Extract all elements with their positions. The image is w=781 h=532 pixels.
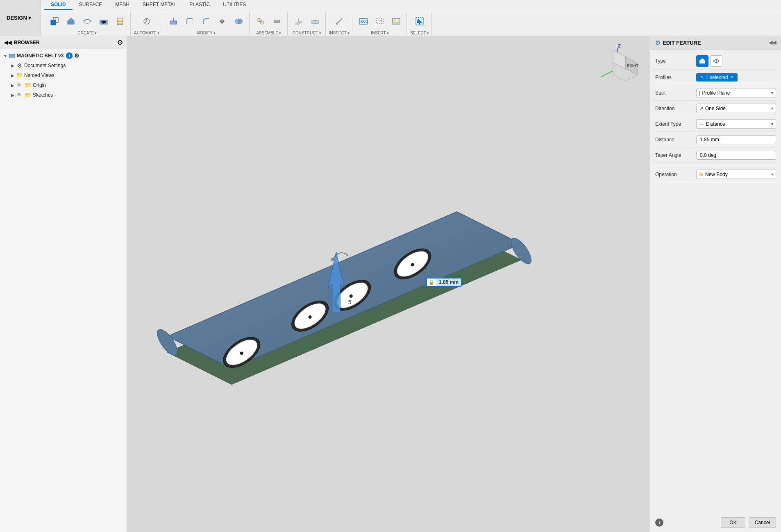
browser-item-origin[interactable]: ▶ 👁 📁 Origin <box>0 80 127 90</box>
dimension-more-button[interactable]: ⋮ <box>463 279 471 286</box>
extrude-icon <box>66 16 76 26</box>
profiles-clear-btn[interactable]: ✕ <box>730 75 733 80</box>
main-area: ◀◀ BROWSER ⊙ ▼ MAGNETIC BELT v3 i ⚙ ▶ ⚙ … <box>0 36 781 532</box>
tab-plastic[interactable]: PLASTIC <box>183 0 216 10</box>
extrude-btn[interactable] <box>63 12 79 31</box>
ok-button[interactable]: OK <box>721 517 745 528</box>
combine-icon <box>234 16 244 26</box>
modify-fillet-btn[interactable] <box>182 12 198 31</box>
start-dropdown[interactable]: | Profile Plane ▾ <box>696 88 776 97</box>
inspect-measure-btn[interactable] <box>331 12 347 31</box>
root-info-icon[interactable]: i <box>66 52 73 59</box>
svg-text:✥: ✥ <box>219 18 225 25</box>
insert-group-label: INSERT ▾ <box>371 31 389 35</box>
top-bar: DESIGN ▾ SOLID SURFACE MESH SHEET METAL … <box>0 0 781 36</box>
browser-content: ▼ MAGNETIC BELT v3 i ⚙ ▶ ⚙ Document Sett… <box>0 49 127 102</box>
root-collapse-arrow[interactable]: ▼ <box>2 53 8 59</box>
sketches-visibility-icon: 👁 <box>16 91 23 99</box>
modify-dropdown-arrow[interactable]: ▾ <box>213 31 216 35</box>
create-dropdown-arrow[interactable]: ▾ <box>95 31 97 35</box>
type-revolve-btn[interactable] <box>710 55 722 67</box>
insert-dxf-btn[interactable] <box>372 12 388 31</box>
revolve-btn[interactable] <box>79 12 95 31</box>
view-cube[interactable]: Z RIGHT <box>593 44 642 93</box>
field-row-start: Start | Profile Plane ▾ <box>654 85 778 101</box>
field-row-profiles: Profiles ↖ 1 selected ✕ <box>654 70 778 85</box>
select-btn[interactable] <box>412 12 427 31</box>
tab-solid[interactable]: SOLID <box>44 0 73 10</box>
panel-body: Type Profiles ↖ <box>650 50 781 513</box>
press-pull-icon <box>168 16 178 26</box>
browser-options-icon[interactable]: ⊙ <box>117 38 123 46</box>
root-settings-icon[interactable]: ⚙ <box>74 52 79 59</box>
select-group-label: SELECT ▾ <box>410 31 429 35</box>
tabs-row: SOLID SURFACE MESH SHEET METAL PLASTIC U… <box>41 0 781 10</box>
tab-utilities[interactable]: UTILITIES <box>216 0 252 10</box>
svg-rect-64 <box>699 61 705 63</box>
direction-dropdown[interactable]: ↗ One Side ▾ <box>696 104 776 113</box>
assemble-dropdown-arrow[interactable]: ▾ <box>279 31 281 35</box>
tab-mesh[interactable]: MESH <box>109 0 136 10</box>
browser-root-item[interactable]: ▼ MAGNETIC BELT v3 i ⚙ <box>0 51 127 61</box>
construct-plane-icon <box>294 16 304 26</box>
origin-label: Origin <box>33 82 46 88</box>
svg-marker-5 <box>68 18 74 21</box>
construct-dropdown-arrow[interactable]: ▾ <box>319 31 321 35</box>
dimension-value[interactable]: 1.85 mm <box>436 278 461 286</box>
browser-item-sketches[interactable]: ▶ 👁 📁 Sketches ⋯ <box>0 90 127 100</box>
extent-type-dropdown[interactable]: ↔ Distance ▾ <box>696 119 776 129</box>
browser-collapse-icon[interactable]: ◀◀ <box>4 40 11 45</box>
start-value: Profile Plane <box>702 90 730 96</box>
operation-dropdown[interactable]: ⊕ New Body ▾ <box>696 170 776 179</box>
browser-item-document-settings[interactable]: ▶ ⚙ Document Settings <box>0 61 127 70</box>
automate-dropdown-arrow[interactable]: ▾ <box>157 31 159 35</box>
toolbar-group-insert: SVG INSERT ▾ <box>353 12 407 35</box>
svg-point-46 <box>309 315 312 319</box>
inspect-group-label: INSPECT ▾ <box>329 31 350 35</box>
extent-type-label: Extent Type <box>655 121 696 127</box>
profiles-cursor-icon: ↖ <box>700 75 704 80</box>
profiles-selected-badge[interactable]: ↖ 1 selected ✕ <box>696 73 738 81</box>
viewport[interactable]: 5 Z RIGHT � <box>127 36 650 532</box>
insert-svg-btn[interactable]: SVG <box>356 12 371 31</box>
doc-settings-arrow[interactable]: ▶ <box>10 63 16 68</box>
modify-chamfer-btn[interactable] <box>198 12 214 31</box>
distance-input[interactable] <box>696 135 776 144</box>
type-extrude-btn[interactable] <box>696 55 708 67</box>
insert-dxf-icon <box>375 16 385 26</box>
select-dropdown-arrow[interactable]: ▾ <box>427 31 429 35</box>
insert-dropdown-arrow[interactable]: ▾ <box>387 31 389 35</box>
tab-sheet-metal[interactable]: SHEET METAL <box>136 0 183 10</box>
direction-value: One Side <box>705 106 726 111</box>
assemble-joint-btn[interactable] <box>253 12 268 31</box>
named-views-arrow[interactable]: ▶ <box>10 72 16 78</box>
modify-press-pull-btn[interactable] <box>166 12 181 31</box>
inspect-dropdown-arrow[interactable]: ▾ <box>347 31 350 35</box>
automate-btn[interactable] <box>139 12 154 31</box>
assemble-rigid-btn[interactable] <box>269 12 285 31</box>
fillet-icon <box>185 16 195 26</box>
svg-text:5: 5 <box>348 299 352 306</box>
create-new-component-btn[interactable] <box>47 12 62 31</box>
start-dropdown-arrow: ▾ <box>771 91 773 95</box>
insert-image-btn[interactable] <box>388 12 404 31</box>
taper-angle-input[interactable] <box>696 151 776 160</box>
construct-axis-btn[interactable] <box>307 12 323 31</box>
construct-plane-btn[interactable] <box>291 12 306 31</box>
thread-btn[interactable] <box>112 12 128 31</box>
svg-marker-37 <box>417 18 422 25</box>
start-label: Start <box>655 90 696 96</box>
insert-svg-icon: SVG <box>359 16 368 26</box>
modify-combine-btn[interactable] <box>231 12 247 31</box>
tab-surface[interactable]: SURFACE <box>73 0 109 10</box>
svg-marker-33 <box>381 20 383 22</box>
browser-item-named-views[interactable]: ▶ 📁 Named Views <box>0 70 127 80</box>
modify-move-btn[interactable]: ✥ <box>215 12 230 31</box>
sketches-arrow[interactable]: ▶ <box>10 92 16 98</box>
panel-info-icon[interactable]: i <box>655 518 663 527</box>
origin-arrow[interactable]: ▶ <box>10 82 16 88</box>
panel-expand-icon[interactable]: ◀◀ <box>769 40 776 45</box>
hole-btn[interactable] <box>96 12 111 31</box>
cancel-button[interactable]: Cancel <box>749 517 776 528</box>
design-button[interactable]: DESIGN ▾ <box>0 0 41 36</box>
